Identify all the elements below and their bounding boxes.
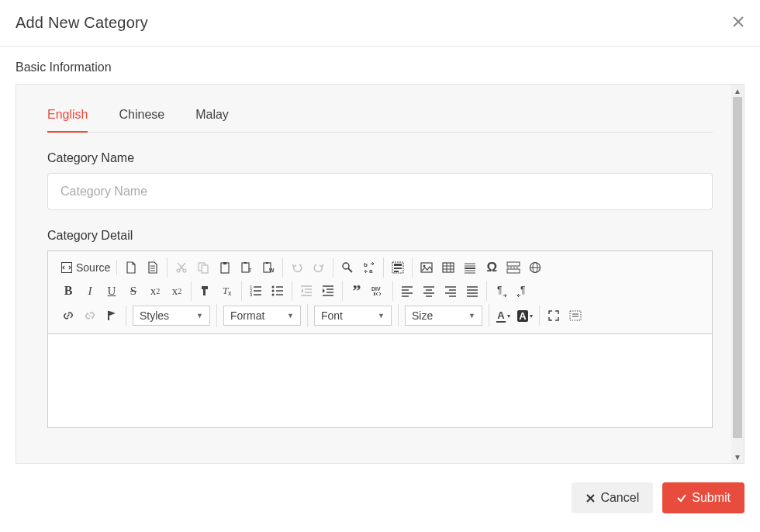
close-icon[interactable] <box>732 14 744 32</box>
source-button[interactable]: Source <box>60 261 110 274</box>
outdent-icon[interactable] <box>299 282 314 299</box>
horizontal-rule-icon[interactable] <box>462 259 478 276</box>
format-label: Format <box>230 309 264 322</box>
svg-text:¶: ¶ <box>497 285 502 295</box>
tab-chinese[interactable]: Chinese <box>119 98 164 132</box>
format-select[interactable]: Format ▼ <box>223 306 301 326</box>
close-icon <box>586 493 596 503</box>
background-color-button[interactable]: A ▾ <box>517 307 533 324</box>
numbered-list-icon[interactable]: 123 <box>248 282 264 299</box>
category-name-input[interactable] <box>47 173 713 210</box>
replace-icon[interactable]: ba <box>361 259 377 276</box>
svg-rect-37 <box>507 269 520 273</box>
indent-icon[interactable] <box>320 282 336 299</box>
svg-rect-9 <box>223 262 226 264</box>
blockquote-icon[interactable]: ” <box>349 282 364 299</box>
align-center-icon[interactable] <box>421 282 437 299</box>
table-icon[interactable] <box>440 259 456 276</box>
paste-word-icon[interactable]: W <box>261 259 276 276</box>
strikethrough-icon[interactable]: S <box>126 282 141 299</box>
find-icon[interactable] <box>340 259 355 276</box>
bold-icon[interactable]: B <box>60 282 76 299</box>
svg-rect-23 <box>394 271 399 272</box>
size-label: Size <box>412 309 433 322</box>
editor-content-area[interactable] <box>48 334 712 427</box>
styles-select[interactable]: Styles ▼ <box>133 306 210 326</box>
anchor-icon[interactable] <box>104 307 119 324</box>
templates-icon[interactable] <box>145 259 161 276</box>
source-label: Source <box>76 261 110 274</box>
svg-point-52 <box>272 294 275 296</box>
size-select[interactable]: Size ▼ <box>405 306 482 326</box>
tab-english[interactable]: English <box>47 98 88 133</box>
font-label: Font <box>321 309 343 322</box>
section-title: Basic Information <box>0 47 760 84</box>
editor-toolbar: Source <box>48 251 712 334</box>
new-page-icon[interactable] <box>123 259 139 276</box>
cancel-button[interactable]: Cancel <box>572 482 653 513</box>
copy-icon[interactable] <box>195 259 211 276</box>
svg-rect-7 <box>202 265 208 273</box>
undo-icon[interactable] <box>289 259 305 276</box>
div-container-icon[interactable]: DIV <box>371 282 386 299</box>
svg-line-17 <box>348 268 352 272</box>
check-icon <box>676 492 687 503</box>
dialog-header: Add New Category <box>0 0 760 47</box>
chevron-down-icon: ▼ <box>287 312 294 320</box>
svg-point-16 <box>343 263 349 269</box>
svg-point-25 <box>423 265 426 268</box>
align-justify-icon[interactable] <box>465 282 480 299</box>
svg-rect-85 <box>570 311 581 320</box>
image-icon[interactable] <box>419 259 434 276</box>
show-blocks-icon[interactable] <box>568 307 583 324</box>
scrollbar-thumb[interactable] <box>733 97 742 438</box>
category-name-label: Category Name <box>47 151 713 165</box>
link-icon[interactable] <box>60 307 76 324</box>
submit-button[interactable]: Submit <box>662 482 744 513</box>
vertical-scrollbar[interactable]: ▲ ▼ <box>731 85 744 463</box>
italic-icon[interactable]: I <box>82 282 98 299</box>
rtl-icon[interactable]: ¶ <box>515 282 530 299</box>
dialog-footer: Cancel Submit <box>0 464 760 523</box>
unlink-icon[interactable] <box>82 307 98 324</box>
svg-text:¶: ¶ <box>520 285 525 295</box>
scroll-down-icon[interactable]: ▼ <box>731 451 744 463</box>
align-left-icon[interactable] <box>399 282 415 299</box>
cut-icon[interactable] <box>174 259 189 276</box>
bulleted-list-icon[interactable] <box>270 282 285 299</box>
paste-icon[interactable] <box>217 259 233 276</box>
svg-text:b: b <box>364 261 368 268</box>
svg-line-83 <box>87 313 93 319</box>
cancel-label: Cancel <box>600 491 639 505</box>
svg-rect-21 <box>394 264 402 266</box>
svg-rect-14 <box>266 262 268 264</box>
svg-rect-22 <box>394 268 402 269</box>
superscript-icon[interactable]: x2 <box>169 282 185 299</box>
svg-rect-36 <box>507 262 520 266</box>
select-all-icon[interactable] <box>390 259 406 276</box>
copy-formatting-icon[interactable] <box>198 282 213 299</box>
svg-point-50 <box>272 286 275 288</box>
paste-text-icon[interactable]: T <box>239 259 254 276</box>
content-panel: English Chinese Malay Category Name Cate… <box>16 84 744 464</box>
ltr-icon[interactable]: ¶ <box>493 282 509 299</box>
svg-text:x: x <box>228 289 232 297</box>
page-break-icon[interactable] <box>506 259 521 276</box>
font-select[interactable]: Font ▼ <box>314 306 392 326</box>
remove-format-icon[interactable]: Tx <box>219 282 235 299</box>
svg-point-51 <box>272 290 275 292</box>
svg-rect-33 <box>465 268 475 269</box>
redo-icon[interactable] <box>311 259 326 276</box>
scroll-up-icon[interactable]: ▲ <box>731 85 744 97</box>
underline-icon[interactable]: U <box>104 282 119 299</box>
special-char-icon[interactable]: Ω <box>484 259 499 276</box>
category-detail-label: Category Detail <box>47 229 713 243</box>
svg-text:3: 3 <box>250 292 253 297</box>
iframe-icon[interactable] <box>527 259 543 276</box>
align-right-icon[interactable] <box>443 282 458 299</box>
tab-malay[interactable]: Malay <box>195 98 229 132</box>
text-color-button[interactable]: A ▾ <box>496 307 511 324</box>
svg-text:DIV: DIV <box>371 286 381 292</box>
maximize-icon[interactable] <box>546 307 561 324</box>
subscript-icon[interactable]: x2 <box>147 282 163 299</box>
